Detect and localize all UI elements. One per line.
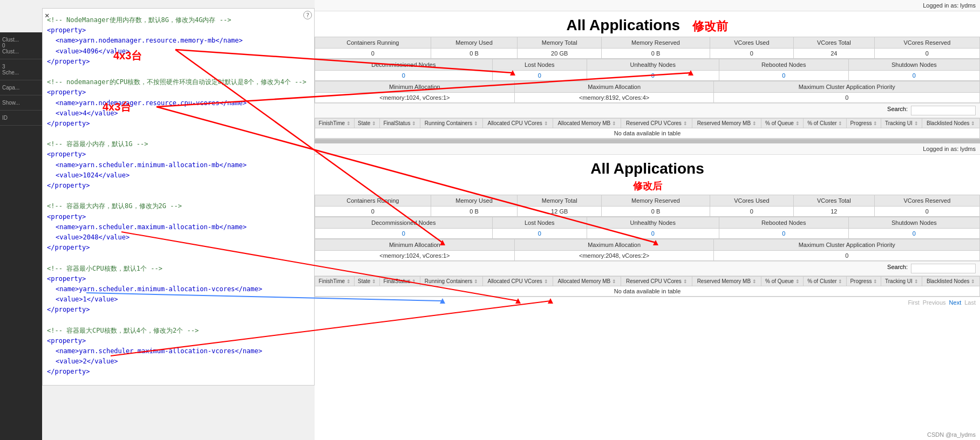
xml-tag-11: <value>1024</value> [56, 170, 310, 181]
bot-node-v-1[interactable]: 0 [492, 229, 587, 239]
top-alloc-h-0: Minimum Allocation [315, 81, 515, 93]
xml-tag-6: <name>yarn.nodemanager.resource.cpu-vcor… [56, 98, 310, 108]
close-button[interactable]: ✕ [45, 11, 49, 19]
bot-col-res-mem[interactable]: Reserved Memory MB ⇕ [692, 277, 761, 286]
top-node-v-4[interactable]: 0 [848, 71, 979, 81]
pagination-first[interactable]: First [908, 299, 919, 306]
sidebar-show[interactable]: Show... [0, 95, 42, 111]
top-col-cluster[interactable]: % of Cluster ⇕ [804, 119, 847, 128]
top-col-blacklisted[interactable]: Blacklisted Nodes ⇕ [922, 119, 980, 128]
top-col-alloc-mem[interactable]: Allocated Memory MB ⇕ [553, 119, 621, 128]
sidebar-id[interactable]: ID [0, 111, 42, 126]
sidebar-cluster[interactable]: Clust... 0 Clust... [0, 32, 42, 59]
bot-col-blacklisted[interactable]: Blacklisted Nodes ⇕ [922, 277, 980, 286]
top-col-res-cpu[interactable]: Reserved CPU VCores ⇕ [621, 119, 692, 128]
top-col-finishtime[interactable]: FinishTime ⇕ [315, 119, 355, 128]
logged-in-bottom: Logged in as: lydms [315, 143, 980, 155]
top-col-finalstatus[interactable]: FinalStatus ⇕ [379, 119, 420, 128]
bot-col-cluster[interactable]: % of Cluster ⇕ [804, 277, 847, 286]
xml-tag-2: <name>yarn.nodemanager.resource.memory-m… [56, 36, 310, 46]
pagination-previous[interactable]: Previous [923, 299, 946, 306]
csdn-watermark: CSDN @ra_lydms [927, 431, 976, 438]
bot-stat-h-4: VCores Used [710, 195, 793, 207]
bot-node-v-3[interactable]: 0 [719, 229, 848, 239]
top-data-table: FinishTime ⇕ State ⇕ FinalStatus ⇕ Runni… [315, 118, 980, 139]
xml-tag-21: <property> [47, 336, 310, 346]
top-section: Logged in as: lydms All Applications 修改前… [315, 0, 980, 139]
top-col-tracking[interactable]: Tracking UI ⇕ [881, 119, 922, 128]
bot-col-running-containers[interactable]: Running Containers ⇕ [420, 277, 482, 286]
bot-col-alloc-mem[interactable]: Allocated Memory MB ⇕ [553, 277, 621, 286]
help-button[interactable]: ? [303, 11, 312, 19]
bot-stat-v-1: 0 B [431, 207, 518, 217]
bot-col-res-cpu[interactable]: Reserved CPU VCores ⇕ [621, 277, 692, 286]
top-stat-h-0: Containers Running [315, 37, 431, 49]
top-col-res-mem[interactable]: Reserved Memory MB ⇕ [692, 119, 761, 128]
bot-stat-h-0: Containers Running [315, 195, 431, 207]
bot-alloc-h-0: Minimum Allocation [315, 239, 515, 251]
xml-tag-13: <property> [47, 212, 310, 222]
pagination-last[interactable]: Last [964, 299, 976, 306]
pagination-next[interactable]: Next [949, 299, 962, 306]
logged-in-top: Logged in as: lydms [315, 0, 980, 11]
bot-col-tracking[interactable]: Tracking UI ⇕ [881, 277, 922, 286]
sidebar-sched[interactable]: 3 Sche... [0, 59, 42, 80]
sidebar-sched-label: Sche... [2, 70, 40, 75]
bottom-nodes-table: Decommissioned Nodes Lost Nodes Unhealth… [315, 217, 980, 239]
sidebar-show-label: Show... [2, 100, 40, 106]
bot-stat-v-4: 0 [710, 207, 793, 217]
xml-tag-15: <value>2048</value> [56, 232, 310, 243]
bot-alloc-v-0: <memory:1024, vCores:1> [315, 251, 515, 261]
bot-node-v-2[interactable]: 0 [587, 229, 719, 239]
top-node-v-3[interactable]: 0 [719, 71, 848, 81]
xml-tag-16: </property> [47, 243, 310, 253]
xml-tag-5: <property> [47, 87, 310, 98]
bot-col-state[interactable]: State ⇕ [355, 277, 379, 286]
bot-col-finalstatus[interactable]: FinalStatus ⇕ [379, 277, 420, 286]
bot-stat-h-3: Memory Reserved [602, 195, 710, 207]
bot-node-v-0[interactable]: 0 [315, 229, 493, 239]
top-node-v-0[interactable]: 0 [315, 71, 493, 81]
bot-alloc-v-2: 0 [714, 251, 980, 261]
bot-col-queue[interactable]: % of Queue ⇕ [761, 277, 804, 286]
top-node-v-1[interactable]: 0 [492, 71, 587, 81]
top-col-running-containers[interactable]: Running Containers ⇕ [420, 119, 482, 128]
xml-tag-24: </property> [47, 367, 310, 377]
bottom-section: Logged in as: lydms All Applications 修改后… [315, 143, 980, 308]
top-col-alloc-cpu[interactable]: Allocated CPU VCores ⇕ [483, 119, 553, 128]
bot-col-finishtime[interactable]: FinishTime ⇕ [315, 277, 355, 286]
bottom-alloc-table: Minimum Allocation Maximum Allocation Ma… [315, 239, 980, 261]
top-col-queue[interactable]: % of Queue ⇕ [761, 119, 804, 128]
xml-tag-3: <value>4096</value> [56, 46, 310, 57]
top-node-h-4: Shutdown Nodes [848, 59, 979, 71]
xml-comment-5: <!-- 容器最小CPU核数，默认1个 --> [47, 264, 310, 274]
bot-alloc-v-1: <memory:2048, vCores:2> [514, 251, 714, 261]
top-stat-h-5: VCores Total [793, 37, 874, 49]
top-search-input[interactable] [911, 106, 976, 115]
top-node-v-2[interactable]: 0 [587, 71, 719, 81]
bottom-search-input[interactable] [911, 264, 976, 273]
bot-no-data: No data available in table [315, 286, 980, 297]
xml-content: <!-- NodeManager使用内存数，默认8G，修改为4G内存 --> <… [47, 15, 310, 377]
bot-node-h-4: Shutdown Nodes [848, 217, 979, 229]
top-stat-v-6: 0 [874, 49, 979, 59]
xml-comment-4: <!-- 容器最大内存，默认8G，修改为2G --> [47, 201, 310, 211]
bot-stat-h-2: Memory Total [518, 195, 602, 207]
bot-node-v-4[interactable]: 0 [848, 229, 979, 239]
bot-col-alloc-cpu[interactable]: Allocated CPU VCores ⇕ [483, 277, 553, 286]
section-divider [315, 139, 980, 143]
top-col-state[interactable]: State ⇕ [355, 119, 379, 128]
top-col-progress[interactable]: Progress ⇕ [847, 119, 881, 128]
top-node-h-1: Lost Nodes [492, 59, 587, 71]
bottom-subtitle-area: 修改后 [315, 180, 980, 192]
top-node-h-3: Rebooted Nodes [719, 59, 848, 71]
top-app-subtitle: 修改前 [692, 19, 728, 33]
xml-tag-10: <name>yarn.scheduler.minimum-allocation-… [56, 160, 310, 170]
top-stat-h-2: Memory Total [518, 37, 602, 49]
bot-node-h-2: Unhealthy Nodes [587, 217, 719, 229]
sidebar-cap[interactable]: Capa... [0, 80, 42, 95]
xml-tag-22: <name>yarn.scheduler.maximum-allocation-… [56, 346, 310, 356]
bot-col-progress[interactable]: Progress ⇕ [847, 277, 881, 286]
top-search-bar: Search: [315, 103, 980, 118]
top-stat-h-4: VCores Used [710, 37, 793, 49]
